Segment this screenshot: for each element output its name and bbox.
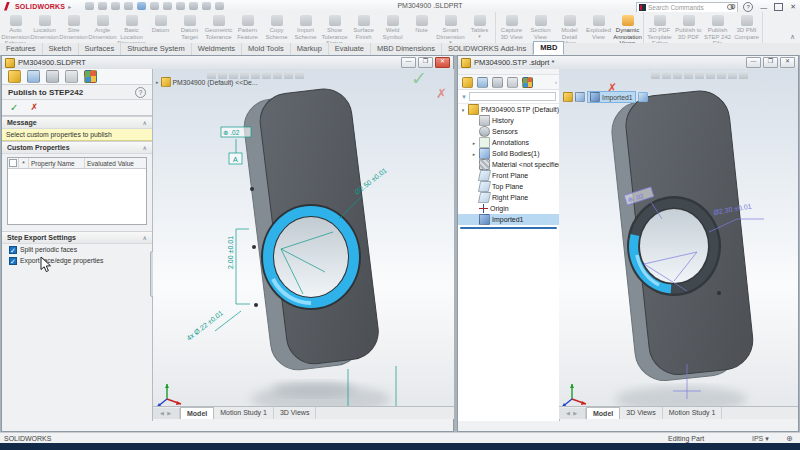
collapse-chevron-icon[interactable]: ∧ [143,234,147,241]
open-icon[interactable] [111,2,120,10]
tree-item-sensors[interactable]: Sensors [458,126,559,137]
left-window-title-bar[interactable]: PM304900.SLDPRT — ❐ ✕ [2,56,453,70]
exploded-view-button[interactable]: Exploded View [584,13,613,43]
left-window-minimize-button[interactable]: — [401,57,416,68]
tree-item-material-not-specified[interactable]: Material <not specified> [458,159,559,170]
left-window-close-button[interactable]: ✕ [435,57,450,68]
tree-item-right-plane[interactable]: Right Plane [458,192,559,203]
restore-button[interactable] [774,3,783,11]
tree-item-origin[interactable]: Origin [458,203,559,214]
note-button[interactable]: Note [407,13,436,43]
size-dimension-button[interactable]: Size Dimension [59,13,88,43]
tab-mold-tools[interactable]: Mold Tools [242,43,291,55]
part-body[interactable] [241,86,381,373]
custom-properties-table[interactable]: * Property Name Evaluated Value [7,157,147,225]
message-group-header[interactable]: Message ∧ [2,116,152,129]
scene-icon[interactable] [706,71,715,79]
tag-globe-icon[interactable]: ⊕ [786,434,793,443]
tab-solidworks-add-ins[interactable]: SOLIDWORKS Add-Ins [442,43,533,55]
mount-hole[interactable] [250,187,254,191]
undo-icon[interactable] [150,2,159,10]
collapse-chevron-icon[interactable]: ∧ [143,119,147,126]
tab-mbd[interactable]: MBD [533,41,564,55]
view-settings-icon[interactable] [739,71,748,79]
print-icon[interactable] [137,2,146,10]
doc-tab-motion-study-1[interactable]: Motion Study 1 [663,407,723,419]
tree-root-item[interactable]: ▾ PM304900.STP (Default) <<Default>_D [458,104,559,115]
right-window-restore-button[interactable]: ❐ [763,57,778,68]
redo-icon[interactable] [163,2,172,10]
doc-tab-3d-views[interactable]: 3D Views [274,407,316,419]
dimxpertmanager-tab-icon[interactable] [507,77,518,88]
displaymanager-tab-icon[interactable] [84,70,97,83]
properties-icon[interactable] [202,2,211,10]
mount-hole[interactable] [254,303,258,307]
search-commands-box[interactable]: Search Commands [636,2,738,13]
right-graphics-viewport[interactable]: ✗ Imported1 [559,69,798,419]
tab-features[interactable]: Features [0,43,43,55]
split-periodic-faces-row[interactable]: ✓ Split periodic faces [2,244,152,255]
displaymanager-tab-icon[interactable] [522,77,533,88]
attach-icon[interactable] [189,2,198,10]
tree-filter-input[interactable] [469,92,556,101]
tree-item-top-plane[interactable]: Top Plane [458,181,559,192]
export-face-edge-properties-row[interactable]: ✓ Export face/edge properties [2,255,152,266]
expand-arrow-icon[interactable]: ▸ [156,79,159,85]
cancel-x-button[interactable]: ✗ [30,103,38,112]
previous-view-icon[interactable] [229,71,238,79]
zoom-to-area-icon[interactable] [662,71,671,79]
right-selection-breadcrumb[interactable]: Imported1 [563,91,648,103]
tab-structure-system[interactable]: Structure System [121,43,192,55]
tree-item-front-plane[interactable]: Front Plane [458,170,559,181]
hole-through[interactable] [640,209,708,283]
left-model-canvas[interactable]: Ø2.50 ±0.01 2.00 ±0.01 4x Ø.22 ±0.01 ⊕ .… [153,69,454,419]
collapse-chevron-icon[interactable]: ∧ [143,144,147,151]
smart-dimension-button[interactable]: Smart Dimension▾ [436,13,465,43]
breadcrumb-selected-feature[interactable]: Imported1 [587,91,636,103]
previous-view-icon[interactable] [673,71,682,79]
mount-hole[interactable] [252,245,256,249]
doc-tab-motion-study-1[interactable]: Motion Study 1 [214,407,274,419]
location-dimension-button[interactable]: Location Dimension [30,13,59,43]
options-icon[interactable] [215,2,224,10]
section-view-icon[interactable] [684,71,693,79]
display-style-icon[interactable] [717,71,726,79]
angle-dimension-button[interactable]: Angle Dimension [88,13,117,43]
export-face-edge-properties-checkbox[interactable]: ✓ [9,257,17,265]
annotation-vertical-dim[interactable]: 2.00 ±0.01 [227,236,234,269]
tab-overflow-icon[interactable]: › [555,79,557,85]
tree-item-annotations[interactable]: ▸Annotations [458,137,559,148]
tab-scroll-arrows[interactable]: ◀ ▶ [559,408,586,419]
tab-mbd-dimensions[interactable]: MBD Dimensions [371,43,442,55]
solidworks-logo[interactable]: SOLIDWORKS ▸ [4,2,71,11]
configurationmanager-tab-icon[interactable] [46,70,59,83]
capture-3d-view-button[interactable]: Capture 3D View [497,13,526,43]
section-view-button[interactable]: Section View [526,13,555,43]
tables-button[interactable]: Tables▾ [465,13,494,43]
right-window-close-button[interactable]: ✕ [780,57,795,68]
tree-item-solid-bodies-1[interactable]: ▸Solid Bodies(1) [458,148,559,159]
tree-item-imported1[interactable]: Imported1 [458,214,559,225]
expand-arrow-icon[interactable]: ▾ [460,107,466,113]
dropdown-arrow-icon[interactable]: ▾ [465,34,494,38]
zoom-to-fit-icon[interactable] [207,71,216,79]
tab-surfaces[interactable]: Surfaces [79,43,122,55]
mount-hole[interactable] [717,291,721,295]
section-view-icon[interactable] [240,71,249,79]
3d-pdf-template-editor-button[interactable]: 3D PDF Template Editor [645,13,674,43]
right-window-title-bar[interactable]: PM304900.STP .sldprt * — ❐ ✕ [458,56,798,70]
view-settings-icon[interactable] [295,71,304,79]
select-all-checkbox[interactable] [8,158,19,168]
new-document-icon[interactable] [98,2,107,10]
filter-funnel-icon[interactable]: ▼ [461,94,467,100]
auto-dimension-scheme-button[interactable]: Auto Dimension Scheme [1,13,30,43]
ribbon-collapse-icon[interactable]: ∧ [790,33,795,41]
doc-tab-model[interactable]: Model [586,407,620,419]
minimize-button[interactable]: — [760,4,767,11]
hide-show-items-icon[interactable] [728,71,737,79]
home-icon[interactable] [85,2,94,10]
tab-sketch[interactable]: Sketch [43,43,79,55]
datum-button[interactable]: Datum [146,13,175,43]
geometric-tolerance-button[interactable]: Geometric Tolerance [204,13,233,43]
select-icon[interactable] [176,2,185,10]
